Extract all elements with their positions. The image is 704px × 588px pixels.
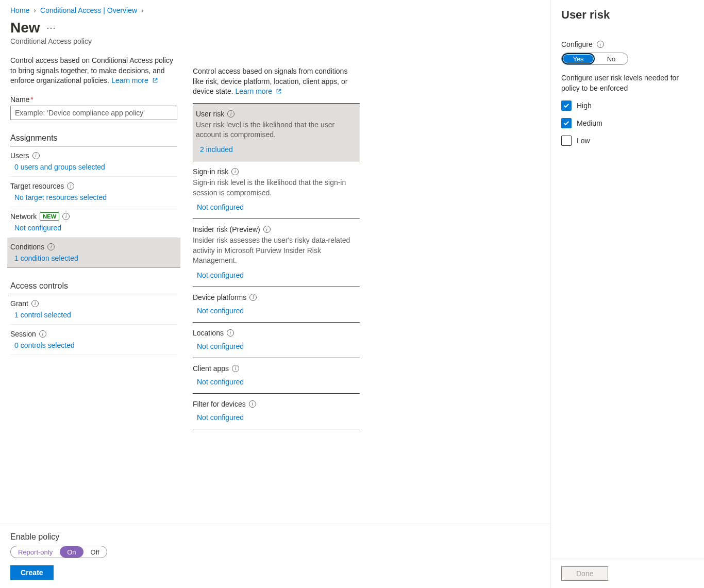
info-icon[interactable]: i bbox=[32, 152, 40, 159]
external-link-icon bbox=[276, 88, 282, 94]
session-label: Session bbox=[10, 330, 36, 338]
info-icon[interactable]: i bbox=[227, 329, 234, 337]
learn-more-link[interactable]: Learn more bbox=[236, 87, 282, 95]
breadcrumb-conditional-access[interactable]: Conditional Access | Overview bbox=[40, 6, 137, 14]
user-risk-value-link[interactable]: 2 included bbox=[200, 145, 357, 154]
network-setting[interactable]: Network NEW i Not configured bbox=[10, 207, 177, 238]
enable-policy-label: Enable policy bbox=[10, 532, 540, 542]
chevron-right-icon: › bbox=[33, 6, 36, 14]
condition-filter-devices[interactable]: Filter for devices i Not configured bbox=[193, 394, 360, 429]
signin-risk-value-link[interactable]: Not configured bbox=[197, 203, 360, 211]
checkbox-low[interactable] bbox=[561, 136, 572, 146]
learn-more-link[interactable]: Learn more bbox=[111, 76, 158, 85]
medium-label: Medium bbox=[577, 119, 602, 127]
condition-user-risk[interactable]: User risk i User risk level is the likel… bbox=[193, 104, 360, 161]
condition-signin-risk[interactable]: Sign-in risk i Sign-in risk level is the… bbox=[193, 161, 360, 219]
info-icon[interactable]: i bbox=[263, 226, 271, 233]
checkbox-medium[interactable] bbox=[561, 118, 572, 128]
info-icon[interactable]: i bbox=[231, 168, 239, 175]
access-controls-heading: Access controls bbox=[10, 281, 177, 294]
page-title: New bbox=[10, 20, 40, 36]
create-button[interactable]: Create bbox=[10, 565, 54, 580]
info-icon[interactable]: i bbox=[62, 213, 70, 220]
info-icon[interactable]: i bbox=[249, 294, 257, 301]
locations-title: Locations bbox=[193, 329, 224, 337]
filter-devices-value-link[interactable]: Not configured bbox=[197, 413, 360, 422]
client-apps-title: Client apps bbox=[193, 364, 229, 373]
signin-risk-desc: Sign-in risk level is the likelihood tha… bbox=[193, 178, 360, 198]
info-icon[interactable]: i bbox=[31, 300, 39, 307]
conditions-setting[interactable]: Conditions i 1 condition selected bbox=[7, 238, 180, 268]
users-setting[interactable]: Users i 0 users and groups selected bbox=[10, 146, 177, 177]
grant-value-link[interactable]: 1 control selected bbox=[14, 311, 177, 319]
assignments-heading: Assignments bbox=[10, 133, 177, 146]
user-risk-desc: User risk level is the likelihood that t… bbox=[196, 120, 357, 140]
toggle-report-only[interactable]: Report-only bbox=[11, 546, 60, 558]
enable-policy-toggle[interactable]: Report-only On Off bbox=[10, 546, 107, 558]
chevron-right-icon: › bbox=[141, 6, 144, 14]
info-icon[interactable]: i bbox=[39, 330, 46, 338]
high-label: High bbox=[577, 102, 592, 110]
toggle-on[interactable]: On bbox=[60, 546, 83, 558]
info-icon[interactable]: i bbox=[47, 243, 55, 250]
configure-toggle[interactable]: Yes No bbox=[561, 53, 628, 65]
panel-title: User risk bbox=[561, 8, 694, 22]
conditions-value-link[interactable]: 1 condition selected bbox=[14, 254, 177, 262]
condition-locations[interactable]: Locations i Not configured bbox=[193, 323, 360, 358]
network-value-link[interactable]: Not configured bbox=[14, 224, 177, 232]
condition-insider-risk[interactable]: Insider risk (Preview) i Insider risk as… bbox=[193, 219, 360, 287]
low-label: Low bbox=[577, 137, 590, 145]
target-resources-setting[interactable]: Target resources i No target resources s… bbox=[10, 177, 177, 207]
page-subtitle: Conditional Access policy bbox=[10, 37, 177, 45]
conditions-label: Conditions bbox=[10, 243, 44, 251]
info-icon[interactable]: i bbox=[227, 110, 234, 117]
name-label: Name* bbox=[10, 95, 177, 104]
insider-risk-desc: Insider risk assesses the user's risky d… bbox=[193, 236, 360, 266]
footer: Enable policy Report-only On Off Create bbox=[0, 524, 550, 588]
name-input[interactable] bbox=[10, 106, 177, 120]
external-link-icon bbox=[152, 77, 158, 83]
users-label: Users bbox=[10, 152, 29, 160]
condition-client-apps[interactable]: Client apps i Not configured bbox=[193, 358, 360, 394]
session-setting[interactable]: Session i 0 controls selected bbox=[10, 325, 177, 355]
locations-value-link[interactable]: Not configured bbox=[197, 342, 360, 350]
configure-no[interactable]: No bbox=[595, 53, 628, 64]
info-icon[interactable]: i bbox=[232, 365, 239, 372]
toggle-off[interactable]: Off bbox=[83, 546, 107, 558]
info-icon[interactable]: i bbox=[597, 41, 604, 48]
breadcrumb-home[interactable]: Home bbox=[10, 6, 29, 14]
condition-device-platforms[interactable]: Device platforms i Not configured bbox=[193, 287, 360, 323]
signin-risk-title: Sign-in risk bbox=[193, 167, 228, 176]
more-actions-icon[interactable]: ⋯ bbox=[46, 22, 56, 33]
configure-yes[interactable]: Yes bbox=[562, 53, 595, 64]
users-value-link[interactable]: 0 users and groups selected bbox=[14, 163, 177, 171]
insider-risk-title: Insider risk (Preview) bbox=[193, 225, 260, 233]
network-label: Network bbox=[10, 212, 37, 221]
user-risk-title: User risk bbox=[196, 110, 224, 118]
panel-description: Configure user risk levels needed for po… bbox=[561, 73, 694, 93]
done-button[interactable]: Done bbox=[561, 566, 608, 581]
configure-label: Configure bbox=[561, 40, 593, 48]
info-icon[interactable]: i bbox=[67, 182, 74, 190]
insider-risk-value-link[interactable]: Not configured bbox=[197, 271, 360, 279]
user-risk-panel: User risk Configure i Yes No Configure u… bbox=[550, 0, 704, 588]
checkmark-icon bbox=[563, 120, 570, 127]
checkmark-icon bbox=[563, 102, 570, 109]
info-icon[interactable]: i bbox=[249, 400, 256, 408]
filter-devices-title: Filter for devices bbox=[193, 400, 246, 408]
checkbox-high[interactable] bbox=[561, 100, 572, 111]
breadcrumb: Home › Conditional Access | Overview › bbox=[10, 6, 177, 14]
target-resources-label: Target resources bbox=[10, 182, 64, 190]
grant-label: Grant bbox=[10, 299, 28, 308]
device-platforms-value-link[interactable]: Not configured bbox=[197, 307, 360, 315]
device-platforms-title: Device platforms bbox=[193, 293, 246, 301]
client-apps-value-link[interactable]: Not configured bbox=[197, 378, 360, 386]
grant-setting[interactable]: Grant i 1 control selected bbox=[10, 294, 177, 325]
new-badge: NEW bbox=[40, 212, 59, 221]
target-resources-value-link[interactable]: No target resources selected bbox=[14, 193, 177, 201]
session-value-link[interactable]: 0 controls selected bbox=[14, 341, 177, 349]
